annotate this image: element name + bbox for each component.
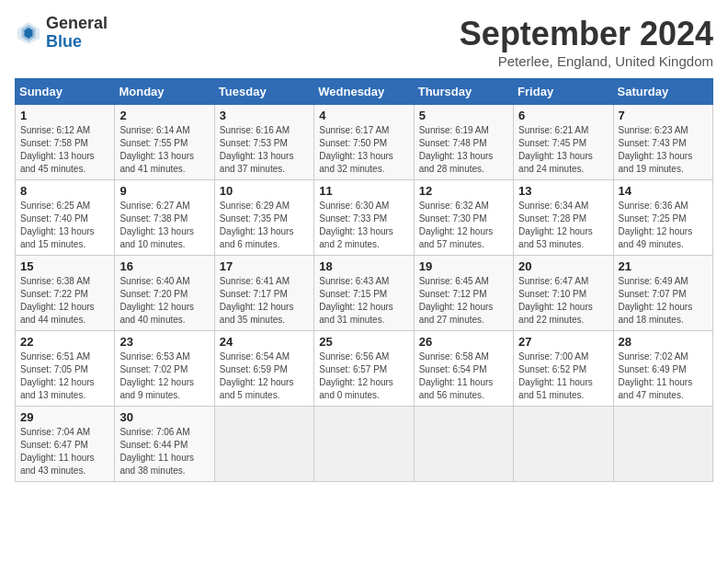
day-number: 18 — [319, 259, 408, 273]
day-info: Sunrise: 7:04 AMSunset: 6:47 PMDaylight:… — [20, 427, 95, 476]
day-info: Sunrise: 7:02 AMSunset: 6:49 PMDaylight:… — [619, 351, 693, 400]
day-info: Sunrise: 6:23 AMSunset: 7:43 PMDaylight:… — [619, 125, 693, 174]
day-info: Sunrise: 6:51 AMSunset: 7:05 PMDaylight:… — [20, 351, 95, 400]
calendar-day-cell: 22 Sunrise: 6:51 AMSunset: 7:05 PMDaylig… — [16, 331, 115, 407]
day-info: Sunrise: 6:38 AMSunset: 7:22 PMDaylight:… — [20, 276, 95, 325]
day-number: 26 — [419, 335, 508, 349]
day-info: Sunrise: 6:45 AMSunset: 7:12 PMDaylight:… — [419, 276, 494, 325]
day-info: Sunrise: 6:58 AMSunset: 6:54 PMDaylight:… — [419, 351, 494, 400]
day-number: 24 — [220, 335, 309, 349]
day-number: 15 — [20, 259, 109, 273]
calendar-day-cell: 15 Sunrise: 6:38 AMSunset: 7:22 PMDaylig… — [16, 256, 115, 331]
day-info: Sunrise: 6:12 AMSunset: 7:58 PMDaylight:… — [20, 125, 95, 174]
calendar-week-row: 1 Sunrise: 6:12 AMSunset: 7:58 PMDayligh… — [16, 105, 713, 180]
day-number: 22 — [20, 335, 109, 349]
day-number: 19 — [419, 259, 508, 273]
day-number: 13 — [518, 184, 608, 198]
logo-blue: Blue — [46, 32, 82, 51]
calendar-day-cell: 24 Sunrise: 6:54 AMSunset: 6:59 PMDaylig… — [214, 331, 313, 407]
calendar-day-cell: 25 Sunrise: 6:56 AMSunset: 6:57 PMDaylig… — [314, 331, 414, 407]
calendar-day-cell: 17 Sunrise: 6:41 AMSunset: 7:17 PMDaylig… — [214, 256, 313, 331]
day-number: 8 — [20, 184, 109, 198]
calendar-body: 1 Sunrise: 6:12 AMSunset: 7:58 PMDayligh… — [16, 105, 713, 482]
day-info: Sunrise: 6:27 AMSunset: 7:38 PMDaylight:… — [119, 201, 194, 249]
calendar-day-cell: 12 Sunrise: 6:32 AMSunset: 7:30 PMDaylig… — [414, 180, 513, 256]
calendar-day-cell — [613, 407, 712, 482]
day-number: 9 — [119, 184, 209, 198]
calendar-day-cell: 5 Sunrise: 6:19 AMSunset: 7:48 PMDayligh… — [414, 105, 513, 180]
logo-general: General — [46, 14, 108, 32]
day-info: Sunrise: 6:19 AMSunset: 7:48 PMDaylight:… — [419, 125, 494, 174]
calendar-week-row: 8 Sunrise: 6:25 AMSunset: 7:40 PMDayligh… — [16, 180, 713, 256]
day-info: Sunrise: 6:47 AMSunset: 7:10 PMDaylight:… — [518, 276, 593, 325]
weekday-header-cell: Thursday — [414, 79, 513, 105]
day-info: Sunrise: 6:34 AMSunset: 7:28 PMDaylight:… — [518, 201, 593, 249]
day-number: 4 — [319, 109, 408, 122]
calendar-day-cell: 4 Sunrise: 6:17 AMSunset: 7:50 PMDayligh… — [314, 105, 414, 180]
calendar-day-cell: 14 Sunrise: 6:36 AMSunset: 7:25 PMDaylig… — [613, 180, 712, 256]
calendar-day-cell: 18 Sunrise: 6:43 AMSunset: 7:15 PMDaylig… — [314, 256, 414, 331]
calendar-week-row: 29 Sunrise: 7:04 AMSunset: 6:47 PMDaylig… — [16, 407, 713, 482]
day-number: 20 — [518, 259, 608, 273]
day-info: Sunrise: 6:16 AMSunset: 7:53 PMDaylight:… — [220, 125, 294, 174]
calendar-day-cell: 6 Sunrise: 6:21 AMSunset: 7:45 PMDayligh… — [514, 105, 613, 180]
calendar-day-cell: 23 Sunrise: 6:53 AMSunset: 7:02 PMDaylig… — [115, 331, 214, 407]
weekday-header-cell: Wednesday — [314, 79, 414, 105]
day-number: 29 — [20, 410, 109, 424]
calendar-day-cell — [414, 407, 513, 482]
calendar-day-cell: 26 Sunrise: 6:58 AMSunset: 6:54 PMDaylig… — [414, 331, 513, 407]
calendar-day-cell: 11 Sunrise: 6:30 AMSunset: 7:33 PMDaylig… — [314, 180, 414, 256]
weekday-header-cell: Sunday — [16, 79, 115, 105]
day-number: 1 — [20, 109, 109, 122]
day-info: Sunrise: 7:06 AMSunset: 6:44 PMDaylight:… — [119, 427, 194, 476]
calendar-day-cell: 16 Sunrise: 6:40 AMSunset: 7:20 PMDaylig… — [115, 256, 214, 331]
day-info: Sunrise: 6:17 AMSunset: 7:50 PMDaylight:… — [319, 125, 393, 174]
day-number: 14 — [619, 184, 708, 198]
calendar-week-row: 15 Sunrise: 6:38 AMSunset: 7:22 PMDaylig… — [16, 256, 713, 331]
calendar-day-cell: 3 Sunrise: 6:16 AMSunset: 7:53 PMDayligh… — [214, 105, 313, 180]
day-info: Sunrise: 6:29 AMSunset: 7:35 PMDaylight:… — [220, 201, 294, 249]
weekday-header-cell: Monday — [115, 79, 214, 105]
day-info: Sunrise: 6:53 AMSunset: 7:02 PMDaylight:… — [119, 351, 194, 400]
calendar-day-cell: 1 Sunrise: 6:12 AMSunset: 7:58 PMDayligh… — [16, 105, 115, 180]
day-number: 16 — [119, 259, 209, 273]
day-number: 2 — [119, 109, 209, 122]
day-info: Sunrise: 6:21 AMSunset: 7:45 PMDaylight:… — [518, 125, 593, 174]
day-info: Sunrise: 6:14 AMSunset: 7:55 PMDaylight:… — [119, 125, 194, 174]
calendar-table: SundayMondayTuesdayWednesdayThursdayFrid… — [15, 78, 713, 482]
day-info: Sunrise: 6:25 AMSunset: 7:40 PMDaylight:… — [20, 201, 95, 249]
logo: General Blue — [15, 15, 108, 52]
day-number: 5 — [419, 109, 508, 122]
month-title: September 2024 — [460, 15, 713, 53]
calendar-day-cell: 8 Sunrise: 6:25 AMSunset: 7:40 PMDayligh… — [16, 180, 115, 256]
day-info: Sunrise: 6:56 AMSunset: 6:57 PMDaylight:… — [319, 351, 393, 400]
weekday-header-cell: Tuesday — [214, 79, 313, 105]
calendar-day-cell: 28 Sunrise: 7:02 AMSunset: 6:49 PMDaylig… — [613, 331, 712, 407]
calendar-day-cell: 2 Sunrise: 6:14 AMSunset: 7:55 PMDayligh… — [115, 105, 214, 180]
logo-icon — [15, 19, 42, 47]
day-number: 7 — [619, 109, 708, 122]
day-info: Sunrise: 6:49 AMSunset: 7:07 PMDaylight:… — [619, 276, 693, 325]
header: General Blue September 2024 Peterlee, En… — [15, 15, 713, 69]
calendar-day-cell — [314, 407, 414, 482]
location-subtitle: Peterlee, England, United Kingdom — [460, 53, 713, 69]
day-number: 27 — [518, 335, 608, 349]
calendar-day-cell: 21 Sunrise: 6:49 AMSunset: 7:07 PMDaylig… — [613, 256, 712, 331]
calendar-day-cell — [514, 407, 613, 482]
day-number: 17 — [220, 259, 309, 273]
day-number: 12 — [419, 184, 508, 198]
calendar-day-cell: 30 Sunrise: 7:06 AMSunset: 6:44 PMDaylig… — [115, 407, 214, 482]
day-info: Sunrise: 6:32 AMSunset: 7:30 PMDaylight:… — [419, 201, 494, 249]
day-info: Sunrise: 6:30 AMSunset: 7:33 PMDaylight:… — [319, 201, 393, 249]
day-number: 10 — [220, 184, 309, 198]
day-number: 6 — [518, 109, 608, 122]
day-info: Sunrise: 6:40 AMSunset: 7:20 PMDaylight:… — [119, 276, 194, 325]
day-info: Sunrise: 7:00 AMSunset: 6:52 PMDaylight:… — [518, 351, 593, 400]
calendar-day-cell: 29 Sunrise: 7:04 AMSunset: 6:47 PMDaylig… — [16, 407, 115, 482]
calendar-week-row: 22 Sunrise: 6:51 AMSunset: 7:05 PMDaylig… — [16, 331, 713, 407]
day-number: 28 — [619, 335, 708, 349]
title-block: September 2024 Peterlee, England, United… — [460, 15, 713, 69]
calendar-day-cell: 10 Sunrise: 6:29 AMSunset: 7:35 PMDaylig… — [214, 180, 313, 256]
day-number: 30 — [119, 410, 209, 424]
weekday-header-row: SundayMondayTuesdayWednesdayThursdayFrid… — [16, 79, 713, 105]
